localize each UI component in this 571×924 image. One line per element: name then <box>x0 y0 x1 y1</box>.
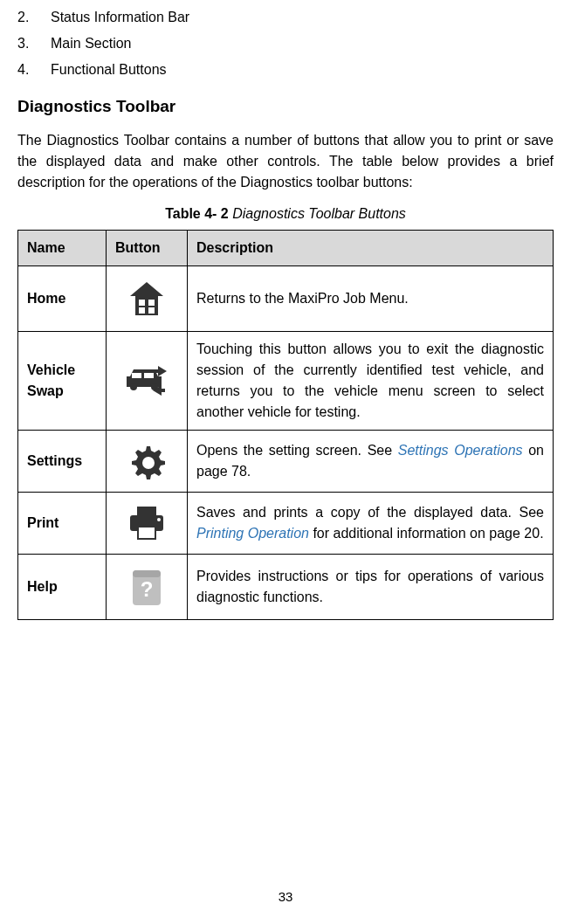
row-icon-cell <box>107 265 188 331</box>
table-caption-label: Table 4- 2 <box>165 206 229 221</box>
row-name: Print <box>18 492 107 554</box>
svg-point-4 <box>130 383 137 390</box>
row-description: Opens the setting screen. See Settings O… <box>188 430 554 492</box>
home-icon <box>127 279 167 319</box>
table-row: Print Saves and prints a copy of the dis… <box>18 492 554 554</box>
row-name: Vehicle Swap <box>18 331 107 430</box>
desc-post: for additional information on page 20. <box>309 526 544 541</box>
settings-operations-link[interactable]: Settings Operations <box>398 443 523 458</box>
printing-operation-link[interactable]: Printing Operation <box>196 526 309 541</box>
table-caption-title: Diagnostics Toolbar Buttons <box>229 206 406 221</box>
row-description: Saves and prints a copy of the displayed… <box>188 492 554 554</box>
list-item: 3. Main Section <box>17 33 554 54</box>
table-row: Home Returns to the MaxiPro Job Menu. <box>18 265 554 331</box>
svg-point-13 <box>157 518 161 521</box>
table-row: Help ? Provides instructions or tips for… <box>18 554 554 619</box>
row-icon-cell: ? <box>107 554 188 619</box>
intro-paragraph: The Diagnostics Toolbar contains a numbe… <box>17 130 554 193</box>
svg-rect-3 <box>148 307 155 314</box>
row-name: Settings <box>18 430 107 492</box>
svg-text:?: ? <box>141 577 154 601</box>
section-heading: Diagnostics Toolbar <box>17 94 554 120</box>
toolbar-buttons-table: Name Button Description Home Returns to <box>17 230 554 620</box>
row-name: Help <box>18 554 107 619</box>
help-icon: ? <box>129 567 164 607</box>
table-row: Settings Opens the setting screen. See S… <box>18 430 554 492</box>
svg-rect-0 <box>139 300 145 306</box>
table-row: Vehicle Swap Touching this button allows… <box>18 331 554 430</box>
list-number: 4. <box>17 59 51 80</box>
row-name: Home <box>18 265 107 331</box>
th-name: Name <box>18 230 107 265</box>
th-description: Description <box>188 230 554 265</box>
svg-rect-9 <box>137 507 156 515</box>
row-description: Returns to the MaxiPro Job Menu. <box>188 265 554 331</box>
list-item: 4. Functional Buttons <box>17 59 554 80</box>
page-number: 33 <box>0 887 571 907</box>
svg-rect-7 <box>144 373 154 378</box>
list-text: Status Information Bar <box>51 7 189 28</box>
gear-icon <box>128 443 165 479</box>
svg-rect-6 <box>132 373 141 378</box>
svg-rect-15 <box>133 570 161 577</box>
list-item: 2. Status Information Bar <box>17 7 554 28</box>
svg-rect-1 <box>148 300 155 306</box>
row-icon-cell <box>107 492 188 554</box>
row-icon-cell <box>107 331 188 430</box>
desc-pre: Opens the setting screen. See <box>196 443 398 458</box>
svg-point-8 <box>142 457 155 469</box>
row-description: Touching this button allows you to exit … <box>188 331 554 430</box>
row-icon-cell <box>107 430 188 492</box>
list-number: 2. <box>17 7 51 28</box>
svg-rect-12 <box>139 528 155 538</box>
svg-rect-2 <box>139 307 145 314</box>
table-caption: Table 4- 2 Diagnostics Toolbar Buttons <box>17 203 554 224</box>
list-text: Functional Buttons <box>51 59 167 80</box>
desc-pre: Saves and prints a copy of the displayed… <box>196 505 544 520</box>
list-text: Main Section <box>51 33 132 54</box>
vehicle-swap-icon <box>123 364 170 397</box>
th-button: Button <box>107 230 188 265</box>
list-number: 3. <box>17 33 51 54</box>
row-description: Provides instructions or tips for operat… <box>188 554 554 619</box>
print-icon <box>127 505 167 541</box>
